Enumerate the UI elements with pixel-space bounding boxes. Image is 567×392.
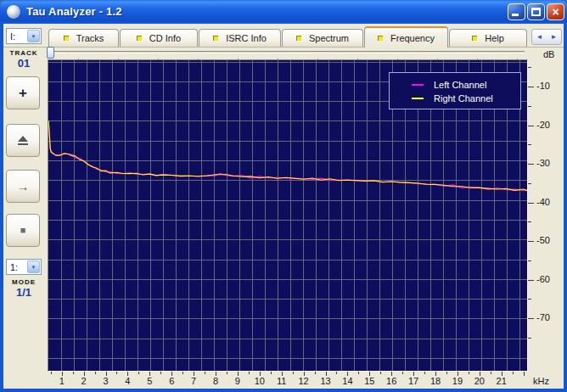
tab-scroll-control: ◄ ► — [531, 29, 562, 45]
x-axis-label: 2 — [75, 376, 93, 386]
window-title: Tau Analyzer - 1.2 — [26, 5, 122, 18]
x-axis-tick — [249, 372, 250, 374]
y-axis-tick — [528, 299, 531, 300]
y-axis-tick — [528, 106, 531, 107]
x-axis-label: 1 — [53, 376, 71, 386]
y-axis-tick — [528, 338, 531, 339]
track-label: TRACK — [0, 49, 48, 57]
tab-led-icon — [213, 36, 218, 41]
tab-label: Spectrum — [309, 33, 349, 43]
x-axis-tick — [491, 372, 491, 374]
y-axis-unit-label: dB — [543, 49, 554, 59]
x-axis-tick — [271, 372, 272, 374]
x-axis-label: 7 — [184, 376, 203, 386]
x-axis-tick — [524, 372, 525, 376]
tab-spectrum[interactable]: Spectrum — [282, 29, 363, 47]
x-axis-label: 8 — [206, 376, 225, 386]
y-axis-label: -20 — [536, 120, 550, 130]
chart-legend: Left Channel Right Channel — [389, 72, 521, 109]
drive-combobox[interactable]: I: ▼ — [6, 28, 42, 44]
x-axis-label: 15 — [360, 376, 379, 386]
app-sphere-icon — [7, 5, 20, 19]
tab-scroll-right-button[interactable]: ► — [551, 33, 558, 41]
stop-button[interactable]: ■ — [6, 214, 40, 247]
y-axis-tick — [528, 241, 534, 242]
x-axis-tick — [138, 372, 139, 374]
x-axis-label: 5 — [140, 376, 159, 386]
mode-combobox[interactable]: 1: ▼ — [6, 259, 42, 275]
x-axis-label: 9 — [228, 376, 247, 386]
x-axis-tick — [513, 372, 514, 374]
x-axis-label: 4 — [118, 376, 137, 386]
mode-combobox-value: 1: — [10, 262, 18, 272]
x-axis-tick — [182, 372, 183, 374]
y-axis-label: -10 — [536, 81, 550, 91]
tab-label: Tracks — [76, 33, 104, 43]
y-axis-tick — [528, 126, 534, 126]
legend-item: Right Channel — [412, 93, 493, 104]
tab-scroll-left-button[interactable]: ◄ — [536, 33, 543, 41]
x-axis-label: 6 — [162, 376, 181, 386]
y-axis-tick — [528, 280, 534, 281]
y-axis-tick — [528, 164, 534, 165]
y-axis-tick — [528, 221, 531, 222]
x-axis-label: 18 — [426, 376, 445, 386]
x-axis-tick — [336, 372, 337, 374]
tab-led-icon — [137, 36, 142, 41]
x-axis-tick — [51, 372, 52, 374]
y-axis-label: -40 — [536, 197, 550, 207]
eject-button[interactable] — [6, 124, 40, 157]
tab-label: Help — [485, 33, 504, 43]
x-axis-tick — [293, 372, 294, 374]
position-slider-thumb[interactable] — [47, 47, 54, 59]
x-axis-label: 17 — [404, 376, 423, 386]
plus-button[interactable]: + — [6, 76, 40, 109]
plus-icon: + — [19, 86, 27, 100]
chevron-down-icon[interactable]: ▼ — [27, 30, 40, 42]
minimize-icon — [512, 14, 519, 16]
tab-help[interactable]: Help — [449, 29, 527, 47]
tab-isrc-info[interactable]: ISRC Info — [199, 29, 281, 47]
chevron-down-icon[interactable]: ▼ — [27, 260, 40, 273]
x-axis-label: 11 — [272, 376, 291, 386]
x-axis-label: 13 — [317, 376, 335, 386]
y-axis-label: -60 — [536, 274, 550, 284]
tab-cd-info[interactable]: CD Info — [120, 29, 198, 47]
tab-tracks[interactable]: Tracks — [48, 29, 119, 47]
y-axis-label: -30 — [536, 158, 550, 168]
drive-combobox-value: I: — [10, 31, 15, 42]
mode-value: 1/1 — [0, 286, 48, 299]
app-window: Tau Analyzer - 1.2 × I: ▼ TRACK 01 + → ■… — [0, 0, 567, 392]
arrow-right-button[interactable]: → — [6, 170, 40, 203]
y-axis-label: -70 — [536, 312, 550, 322]
x-axis-unit-label: kHz — [533, 376, 549, 386]
x-axis-tick — [424, 372, 425, 374]
x-axis: 123456789101112131415161718192021 — [0, 371, 567, 389]
tab-label: CD Info — [149, 33, 181, 43]
legend-label: Left Channel — [434, 80, 486, 90]
x-axis-tick — [227, 372, 227, 374]
legend-swatch-left-channel — [412, 84, 424, 86]
x-axis-label: 10 — [250, 376, 269, 386]
x-axis-tick — [469, 372, 469, 374]
tab-led-icon — [296, 36, 301, 41]
tab-label: Frequency — [390, 33, 435, 43]
arrow-right-icon: → — [17, 180, 30, 193]
minimize-button[interactable] — [508, 3, 525, 20]
eject-icon — [18, 136, 28, 145]
tab-led-icon — [378, 36, 383, 41]
y-axis-tick — [528, 203, 534, 204]
x-axis-label: 14 — [338, 376, 356, 386]
position-slider-track[interactable] — [48, 51, 525, 53]
legend-label: Right Channel — [434, 93, 493, 104]
x-axis-label: 3 — [97, 376, 115, 386]
tab-frequency[interactable]: Frequency — [364, 26, 448, 48]
x-axis-tick — [95, 372, 96, 374]
x-axis-tick — [205, 372, 205, 374]
x-axis-label: 12 — [295, 376, 313, 386]
tabbar-baseline — [3, 47, 564, 48]
x-axis-tick — [446, 372, 447, 374]
title-bar[interactable]: Tau Analyzer - 1.2 × — [0, 0, 567, 24]
x-axis-label: 16 — [382, 376, 401, 386]
legend-item: Left Channel — [412, 80, 486, 90]
